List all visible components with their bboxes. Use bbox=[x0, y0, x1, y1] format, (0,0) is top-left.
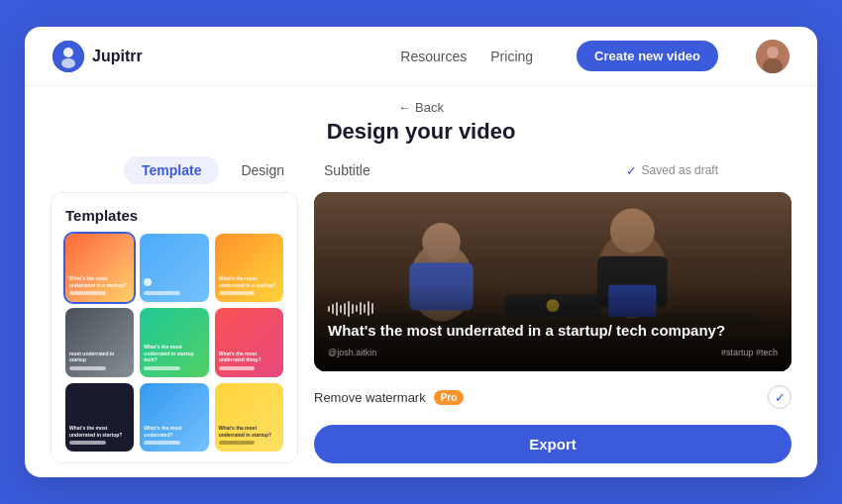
brand-name: Jupitrr bbox=[92, 48, 143, 65]
tmpl-bar-9 bbox=[219, 441, 256, 445]
wave-8 bbox=[356, 305, 358, 312]
preview-title: What's the most underrated in a startup/… bbox=[328, 321, 778, 341]
tmpl-text-4: most underrated in startup bbox=[69, 351, 130, 363]
tmpl-bar-2 bbox=[144, 291, 180, 295]
tmpl-bar-8 bbox=[144, 441, 180, 445]
tmpl-bar-7 bbox=[69, 441, 106, 445]
preview-overlay: What's the most underrated in a startup/… bbox=[314, 287, 791, 372]
wave-6 bbox=[348, 301, 350, 317]
export-button[interactable]: Export bbox=[314, 425, 791, 463]
watermark-label: Remove watermark bbox=[314, 390, 426, 405]
logo-area: Jupitrr bbox=[53, 41, 400, 72]
main-card: Jupitrr Resources Pricing Create new vid… bbox=[25, 27, 817, 477]
logo-icon bbox=[53, 41, 84, 72]
wave-3 bbox=[336, 302, 338, 316]
resources-link[interactable]: Resources bbox=[400, 49, 467, 64]
back-row: ← Back bbox=[25, 86, 817, 119]
main-content: ← Back Design your video Template Design… bbox=[25, 86, 817, 477]
svg-point-1 bbox=[63, 48, 73, 57]
preview-tag: #startup #tech bbox=[721, 348, 778, 357]
svg-point-2 bbox=[61, 58, 75, 68]
template-1[interactable]: What's the most underrated in a startup? bbox=[65, 234, 134, 302]
pro-badge: Pro bbox=[434, 390, 465, 405]
preview-author: @josh.aitkin bbox=[328, 348, 376, 357]
panel-title: Templates bbox=[65, 207, 283, 224]
tmpl-text-9: What's the most underrated in startup? bbox=[219, 425, 279, 438]
back-arrow: ← bbox=[398, 100, 411, 115]
tmpl-bar-1 bbox=[69, 291, 106, 295]
wave-2 bbox=[332, 304, 334, 314]
tmpl-bar-5 bbox=[144, 366, 180, 370]
tmpl-text-5: What's the most underrated in startup te… bbox=[144, 344, 204, 363]
wave-11 bbox=[368, 301, 369, 316]
logo-svg bbox=[53, 41, 84, 72]
template-3[interactable]: What's the most underrated in a startup? bbox=[215, 234, 283, 302]
create-video-button[interactable]: Create new video bbox=[577, 41, 718, 71]
tmpl-text-3: What's the most underrated in a startup? bbox=[219, 275, 279, 288]
watermark-check[interactable]: ✓ bbox=[768, 385, 791, 409]
preview-footer: @josh.aitkin #startup #tech bbox=[328, 348, 778, 357]
preview-waveform bbox=[328, 301, 778, 317]
template-7[interactable]: What's the most underrated in startup? bbox=[65, 383, 134, 452]
tmpl-text-7: What's the most underrated in startup? bbox=[69, 425, 130, 438]
template-6[interactable]: What's the most underrated thing? bbox=[215, 308, 283, 376]
wave-7 bbox=[352, 304, 354, 314]
wave-5 bbox=[344, 303, 346, 315]
tab-design[interactable]: Design bbox=[223, 156, 302, 184]
tabs-row: Template Design Subtitle ✓ Saved as draf… bbox=[25, 156, 817, 184]
wave-4 bbox=[340, 305, 342, 313]
saved-badge: ✓ Saved as draft bbox=[626, 163, 718, 178]
wave-9 bbox=[360, 302, 362, 315]
saved-check-icon: ✓ bbox=[626, 163, 637, 178]
tmpl-bar-3 bbox=[219, 291, 256, 295]
tmpl-bar-4 bbox=[69, 366, 106, 370]
pricing-link[interactable]: Pricing bbox=[490, 49, 533, 64]
template-2[interactable] bbox=[140, 234, 208, 302]
right-panel: What's the most underrated in a startup/… bbox=[314, 192, 791, 463]
tmpl-avatar-row-2 bbox=[144, 278, 204, 286]
tmpl-text-6: What's the most underrated thing? bbox=[219, 351, 279, 363]
tab-subtitle[interactable]: Subtitle bbox=[306, 156, 388, 184]
svg-point-4 bbox=[767, 47, 779, 58]
templates-panel: Templates What's the most underrated in … bbox=[51, 192, 298, 463]
tmpl-bar-6 bbox=[219, 366, 256, 370]
tab-template[interactable]: Template bbox=[124, 156, 219, 184]
navbar: Jupitrr Resources Pricing Create new vid… bbox=[25, 27, 817, 86]
wave-1 bbox=[328, 306, 330, 312]
bottom-controls: Remove watermark Pro ✓ bbox=[314, 381, 791, 413]
watermark-row: Remove watermark Pro bbox=[314, 390, 464, 405]
template-4[interactable]: most underrated in startup bbox=[65, 308, 134, 376]
wave-12 bbox=[371, 303, 373, 314]
nav-links: Resources Pricing Create new video bbox=[400, 40, 789, 73]
preview-background: What's the most underrated in a startup/… bbox=[314, 192, 791, 371]
saved-status: Saved as draft bbox=[642, 163, 718, 177]
tmpl-text-8: What's the most underrated? bbox=[144, 425, 204, 438]
template-8[interactable]: What's the most underrated? bbox=[140, 383, 208, 452]
templates-grid: What's the most underrated in a startup? bbox=[65, 234, 283, 452]
back-link[interactable]: ← Back bbox=[398, 100, 444, 115]
template-5[interactable]: What's the most underrated in startup te… bbox=[140, 308, 208, 376]
template-9[interactable]: What's the most underrated in startup? bbox=[215, 383, 283, 452]
tmpl-mini-avatar-2 bbox=[144, 278, 152, 286]
tmpl-text-1: What's the most underrated in a startup? bbox=[69, 275, 130, 288]
preview-container: What's the most underrated in a startup/… bbox=[314, 192, 791, 371]
back-label: Back bbox=[415, 100, 444, 115]
wave-10 bbox=[364, 304, 366, 313]
body-row: Templates What's the most underrated in … bbox=[25, 192, 817, 477]
page-title: Design your video bbox=[25, 119, 817, 145]
avatar[interactable] bbox=[756, 40, 789, 73]
